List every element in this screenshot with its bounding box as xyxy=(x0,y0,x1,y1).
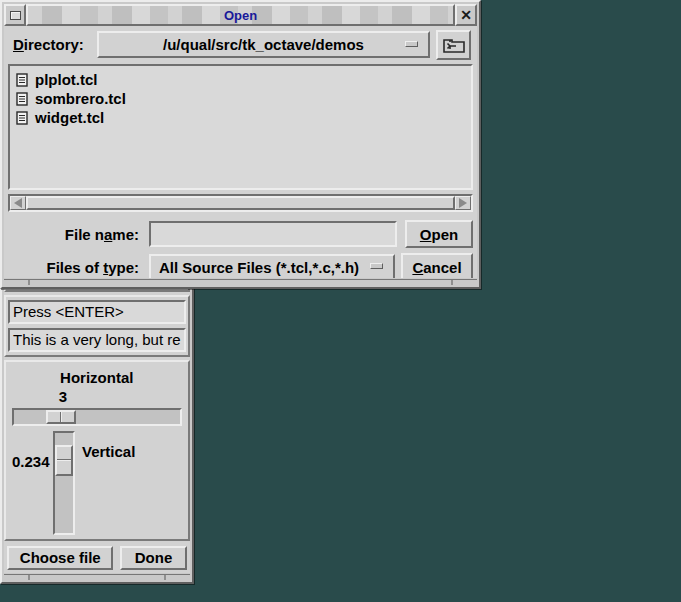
folder-up-icon xyxy=(442,36,466,54)
open-dialog-content: Directory: /u/qual/src/tk_octave/demos p… xyxy=(4,26,477,278)
up-directory-button[interactable] xyxy=(436,30,471,60)
dropdown-indicator-icon xyxy=(370,263,383,269)
titlebar: Open ✕ xyxy=(4,4,477,26)
scroll-right-button[interactable] xyxy=(455,196,471,210)
window-menu-button[interactable] xyxy=(4,4,26,26)
file-name: plplot.tcl xyxy=(35,71,98,88)
vertical-scale-label: Vertical xyxy=(82,443,135,460)
scroll-left-button[interactable] xyxy=(10,196,26,210)
close-icon: ✕ xyxy=(460,8,472,22)
file-icon xyxy=(16,73,28,87)
enter-entry[interactable]: Press <ENTER> xyxy=(8,300,186,324)
horizontal-scale-slider[interactable] xyxy=(46,410,76,424)
horizontal-scale-value: 3 xyxy=(48,388,78,405)
files-of-type-value: All Source Files (*.tcl,*.c,*.h) xyxy=(159,259,359,276)
directory-row: Directory: /u/qual/src/tk_octave/demos xyxy=(6,28,475,61)
vertical-scale-trough[interactable] xyxy=(53,431,75,535)
directory-value: /u/qual/src/tk_octave/demos xyxy=(163,36,364,53)
horizontal-scrollbar[interactable] xyxy=(8,194,473,212)
vertical-scale-slider[interactable] xyxy=(55,445,73,476)
file-item[interactable]: widget.tcl xyxy=(12,108,469,127)
files-of-type-row: Files of type: All Source Files (*.tcl,*… xyxy=(6,253,475,278)
file-name-input[interactable] xyxy=(149,221,397,247)
scale-group: Horizontal 3 0.234 Vertical xyxy=(4,360,190,541)
long-text-entry[interactable]: This is a very long, but re xyxy=(8,328,186,352)
scrollbar-thumb[interactable] xyxy=(26,196,455,210)
window-menu-icon xyxy=(10,11,21,20)
window-title: Open xyxy=(26,4,455,26)
file-icon xyxy=(16,92,28,106)
bottom-button-row: Choose file Done xyxy=(4,543,190,573)
file-item[interactable]: plplot.tcl xyxy=(12,70,469,89)
dropdown-indicator-icon xyxy=(405,41,418,47)
done-button[interactable]: Done xyxy=(120,546,186,570)
file-name: widget.tcl xyxy=(35,109,104,126)
file-item[interactable]: sombrero.tcl xyxy=(12,89,469,108)
horizontal-scale-label: Horizontal xyxy=(6,362,188,386)
file-name-label: File name: xyxy=(6,226,139,243)
file-name: sombrero.tcl xyxy=(35,90,126,107)
files-of-type-dropdown[interactable]: All Source Files (*.tcl,*.c,*.h) xyxy=(149,254,395,279)
open-button[interactable]: Open xyxy=(405,220,473,248)
window-resize-strip[interactable] xyxy=(4,574,190,580)
window-resize-strip[interactable] xyxy=(4,279,477,285)
arrow-right-icon xyxy=(459,198,467,208)
directory-dropdown[interactable]: /u/qual/src/tk_octave/demos xyxy=(97,31,430,58)
file-listbox[interactable]: plplot.tcl sombrero.tcl widget.tcl xyxy=(8,64,473,190)
directory-label: Directory: xyxy=(8,36,97,53)
cancel-button[interactable]: Cancel xyxy=(401,253,473,278)
file-icon xyxy=(16,111,28,125)
horizontal-scale-trough[interactable] xyxy=(12,408,182,426)
files-of-type-label: Files of type: xyxy=(6,259,139,276)
open-dialog-window: Open ✕ Directory: /u/qual/src/tk_octave/… xyxy=(0,0,481,289)
entry-group: Press <ENTER> This is a very long, but r… xyxy=(4,295,190,357)
close-button[interactable]: ✕ xyxy=(455,4,477,26)
choose-file-button[interactable]: Choose file xyxy=(7,546,113,570)
arrow-left-icon xyxy=(14,198,22,208)
vertical-scale-value: 0.234 xyxy=(12,453,50,470)
file-name-row: File name: Open xyxy=(6,220,475,248)
